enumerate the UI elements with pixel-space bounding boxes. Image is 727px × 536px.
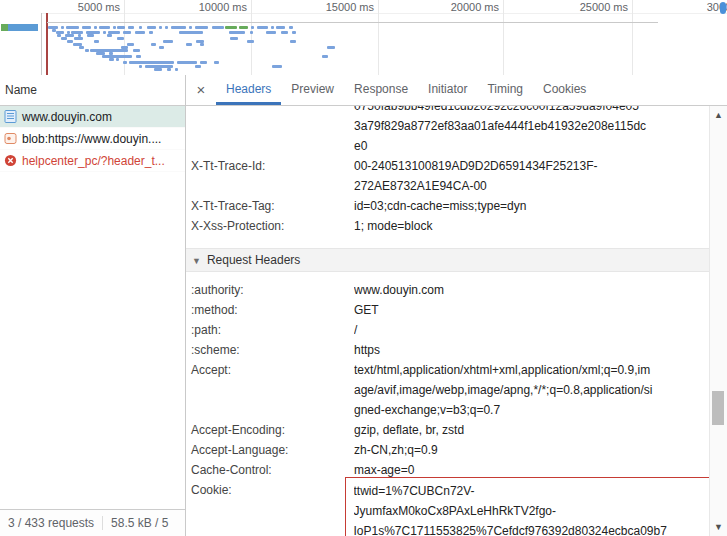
overview-handle[interactable]	[720, 2, 726, 14]
header-row: X-Xss-Protection:1; mode=block	[186, 216, 710, 236]
header-value-line: 0750fab9bb49fed1cdb20292c26c00f12a59da9f…	[354, 106, 701, 116]
header-name: Accept-Language:	[186, 440, 354, 460]
requests-count: 3 / 433 requests	[8, 516, 94, 530]
waterfall-bar	[292, 31, 296, 34]
waterfall-bar	[82, 26, 91, 29]
waterfall-bar	[212, 26, 224, 29]
header-value: 0750fab9bb49fed1cdb20292c26c00f12a59da9f…	[354, 106, 701, 156]
header-value: 1; mode=block	[354, 216, 701, 236]
waterfall-bar	[175, 68, 178, 71]
waterfall-bar	[251, 26, 254, 29]
header-value-line: JyumfaxM0koCx8PAxLeHhRkTV2fgo-	[354, 501, 701, 521]
waterfall-bar	[257, 26, 268, 29]
waterfall-bar	[61, 26, 64, 29]
scroll-down-icon[interactable]: ▼	[710, 520, 727, 534]
waterfall-bar	[214, 61, 219, 64]
waterfall-bar	[87, 34, 94, 37]
header-value: 00-240513100819AD9D2D6591434F25213F-272A…	[354, 156, 701, 196]
timeline-gridline	[251, 0, 252, 75]
waterfall-bar	[79, 46, 84, 49]
network-overview[interactable]: 5000 ms10000 ms15000 ms20000 ms25000 ms3…	[0, 0, 727, 76]
header-value: zh-CN,zh;q=0.9	[354, 440, 701, 460]
document-icon	[4, 110, 17, 123]
waterfall-bar	[151, 43, 156, 46]
header-row: :scheme:https	[186, 340, 710, 360]
waterfall-bar	[171, 26, 186, 29]
waterfall-bar	[61, 37, 67, 40]
waterfall-bar	[117, 37, 124, 40]
header-row: Cookie:ttwid=1%7CUBCn72V-JyumfaxM0koCx8P…	[186, 480, 710, 536]
timeline-tick-label: 15000 ms	[326, 1, 374, 13]
requests-sidebar: Name www.douyin.comblob:https://www.douy…	[0, 75, 186, 536]
scrollbar[interactable]: ▲ ▼	[709, 106, 727, 536]
tab-initiator[interactable]: Initiator	[418, 75, 477, 105]
header-value-line: text/html,application/xhtml+xml,applicat…	[354, 360, 701, 380]
waterfall-bar	[133, 49, 140, 52]
tab-cookies[interactable]: Cookies	[533, 75, 596, 105]
header-value: https	[354, 340, 701, 360]
close-icon[interactable]: ×	[186, 75, 216, 105]
header-name: X-Tt-Trace-Tag:	[186, 196, 354, 216]
waterfall-bar	[85, 49, 89, 52]
waterfall-bar	[94, 26, 97, 29]
tab-timing[interactable]: Timing	[477, 75, 533, 105]
header-value: GET	[354, 300, 701, 320]
request-label: blob:https://www.douyin....	[22, 132, 161, 146]
timeline-tick-label: 20000 ms	[451, 1, 499, 13]
media-icon	[4, 132, 17, 145]
request-row[interactable]: www.douyin.com	[0, 106, 185, 128]
header-value: /	[354, 320, 701, 340]
waterfall-bar	[66, 26, 79, 29]
header-value: gzip, deflate, br, zstd	[354, 420, 701, 440]
request-label: helpcenter_pc/?header_t...	[22, 154, 165, 168]
waterfall-bar	[179, 31, 203, 34]
overview-minimap	[0, 13, 42, 75]
waterfall-bar	[99, 26, 110, 29]
request-detail-panel: × HeadersPreviewResponseInitiatorTimingC…	[186, 75, 727, 536]
waterfall-bar	[289, 26, 293, 29]
timeline-gridline	[632, 0, 633, 75]
waterfall-bar	[200, 43, 204, 46]
header-value-line: gned-exchange;v=b3;q=0.7	[354, 400, 701, 420]
ruler-separator	[0, 13, 727, 14]
header-value-line: e0	[354, 136, 701, 156]
waterfall-bar	[123, 31, 131, 34]
header-name: :method:	[186, 300, 354, 320]
waterfall-bar	[159, 46, 164, 49]
headers-content: 0750fab9bb49fed1cdb20292c26c00f12a59da9f…	[186, 106, 710, 536]
waterfall-bar	[67, 40, 73, 43]
header-value-line: GET	[354, 300, 701, 320]
waterfall-bar	[149, 31, 153, 34]
scrollbar-thumb[interactable]	[712, 391, 724, 425]
header-row: X-Tt-Trace-Id:00-240513100819AD9D2D65914…	[186, 156, 710, 196]
waterfall-bar	[272, 65, 282, 68]
tab-headers[interactable]: Headers	[216, 75, 281, 105]
waterfall-bar	[271, 26, 274, 29]
header-row: Accept-Language:zh-CN,zh;q=0.9	[186, 440, 710, 460]
timeline-tick-label: 25000 ms	[580, 1, 628, 13]
transfer-size: 58.5 kB / 5	[111, 516, 168, 530]
minimap-blue-bar	[8, 24, 38, 31]
scroll-up-icon[interactable]: ▲	[710, 108, 727, 122]
header-name: :path:	[186, 320, 354, 340]
waterfall-bar	[136, 55, 141, 58]
waterfall-bar	[230, 37, 238, 40]
header-name: :scheme:	[186, 340, 354, 360]
tab-response[interactable]: Response	[344, 75, 418, 105]
waterfall-bar	[229, 31, 245, 34]
request-row[interactable]: blob:https://www.douyin....	[0, 128, 185, 150]
tab-preview[interactable]: Preview	[281, 75, 344, 105]
waterfall-bar	[135, 31, 145, 34]
section-title: Request Headers	[207, 253, 300, 267]
waterfall-bar	[159, 26, 162, 29]
request-headers-section-header[interactable]: ▼Request Headers	[186, 248, 710, 272]
header-value: text/html,application/xhtml+xml,applicat…	[354, 360, 701, 420]
waterfall-bar	[225, 26, 237, 29]
header-value-line: id=03;cdn-cache=miss;type=dyn	[354, 196, 701, 216]
waterfall-bar	[163, 40, 173, 43]
timeline-tick-label: 5000 ms	[78, 1, 120, 13]
waterfall-bar	[250, 31, 253, 34]
request-row[interactable]: helpcenter_pc/?header_t...	[0, 150, 185, 172]
name-column-header[interactable]: Name	[0, 75, 185, 106]
header-name: Cookie:	[186, 480, 354, 536]
